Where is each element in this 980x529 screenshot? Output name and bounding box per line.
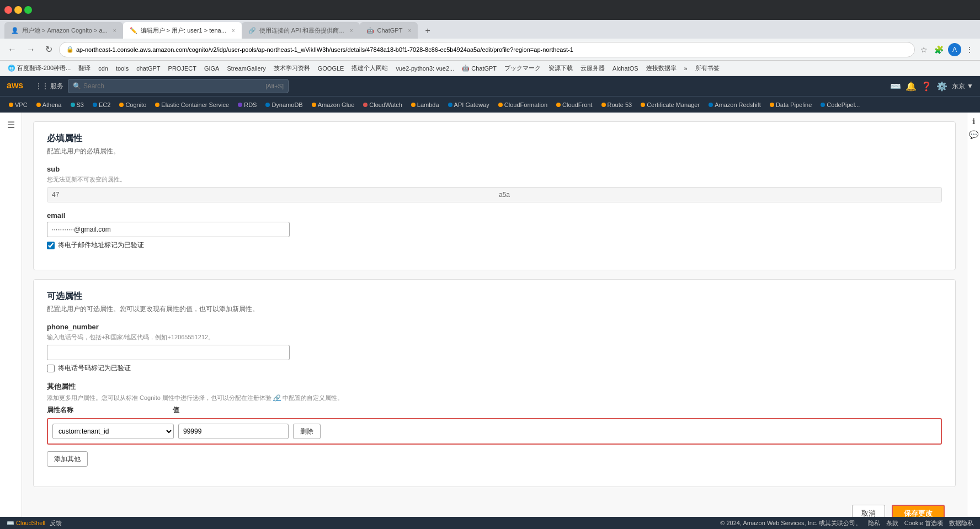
tab-3-close[interactable]: ×	[350, 28, 353, 34]
minimize-button[interactable]	[14, 6, 22, 14]
extensions-button[interactable]: 🧩	[932, 43, 946, 56]
service-nav-certmanager[interactable]: Certificate Manager	[636, 97, 704, 113]
service-nav-redshift[interactable]: Amazon Redshift	[704, 97, 765, 113]
tab-3[interactable]: 🔗 使用连接的 API 和最份提供商... ×	[242, 22, 360, 39]
back-button[interactable]: ←	[4, 42, 20, 57]
service-nav-datapipeline[interactable]: Data Pipeline	[765, 97, 816, 113]
sub-field-value1: 47	[47, 188, 494, 202]
service-nav-vpc[interactable]: VPC	[4, 97, 32, 113]
cloudshell-button[interactable]: ⌨️ CloudShell	[7, 520, 45, 527]
url-input[interactable]	[76, 46, 908, 53]
status-left: ⌨️ CloudShell 反馈	[7, 519, 62, 527]
bookmark-all[interactable]: 所有书签	[692, 63, 723, 73]
bookmark-project[interactable]: PROJECT	[165, 64, 200, 73]
tab-2[interactable]: ✏️ 编辑用户 > 用户: user1 > tena... ×	[123, 22, 242, 39]
bookmark-chatgpt[interactable]: chatGPT	[133, 64, 163, 73]
bookmark-study[interactable]: 技术学习资料	[270, 63, 313, 73]
cloudshell-icon[interactable]: ⌨️	[890, 81, 901, 92]
email-input[interactable]	[47, 222, 290, 237]
codepipeline-dot	[821, 103, 825, 107]
profile-button[interactable]: A	[948, 43, 961, 56]
tab-2-close[interactable]: ×	[232, 28, 235, 34]
bookmark-star-button[interactable]: ☆	[918, 43, 930, 56]
bookmark-translate[interactable]: 🌐 百度翻译-200种语...	[4, 63, 74, 73]
refresh-button[interactable]: ↻	[42, 42, 56, 57]
attr-name-select-0[interactable]: custom:tenant_id	[52, 424, 174, 439]
bookmark-chatgpt2[interactable]: 🤖 ChatGPT	[459, 63, 500, 73]
notification-icon[interactable]: 🔔	[906, 81, 917, 92]
custom-attr-row-0: custom:tenant_id 删除	[47, 418, 942, 445]
new-tab-button[interactable]: +	[420, 23, 435, 39]
service-nav-ecs[interactable]: Elastic Container Service	[151, 97, 233, 113]
sub-field-group: sub 您无法更新不可改变的属性。 47 a5a	[47, 165, 942, 202]
service-nav-cloudformation[interactable]: CloudFormation	[494, 97, 552, 113]
optional-attributes-section: 可选属性 配置此用户的可选属性。您可以更改现有属性的值，也可以添加新属性。 ph…	[33, 279, 956, 487]
service-nav-lambda[interactable]: Lambda	[407, 97, 444, 113]
bookmark-cloud-server[interactable]: 云服务器	[577, 63, 608, 73]
service-nav-ec2[interactable]: EC2	[88, 97, 115, 113]
bookmark-connection[interactable]: 连接数据率	[643, 63, 680, 73]
service-nav-glue[interactable]: Amazon Glue	[307, 97, 359, 113]
close-button[interactable]	[4, 6, 12, 14]
service-nav-cloudwatch[interactable]: CloudWatch	[359, 97, 407, 113]
more-button[interactable]: ⋮	[963, 43, 976, 56]
sidebar-menu-icon[interactable]: ☰	[3, 117, 19, 132]
email-field-label: email	[47, 211, 942, 220]
bookmark-fanyi[interactable]: 翻译	[75, 63, 94, 73]
aws-search-box[interactable]: 🔍 [Alt+S]	[68, 79, 289, 93]
service-nav-apigateway[interactable]: API Gateway	[444, 97, 494, 113]
service-nav-dynamodb[interactable]: DynamoDB	[261, 97, 307, 113]
phone-input[interactable]	[47, 345, 290, 360]
info-icon[interactable]: ℹ	[972, 117, 975, 126]
service-nav-cloudfront[interactable]: CloudFront	[552, 97, 596, 113]
bookmark-google[interactable]: GOOGLE	[315, 64, 348, 73]
email-verified-checkbox[interactable]	[47, 242, 55, 249]
service-nav-rds[interactable]: RDS	[233, 97, 261, 113]
bookmark-alchat[interactable]: AlchatOS	[609, 64, 641, 73]
bookmark-more[interactable]: »	[681, 64, 691, 73]
nav-actions: ☆ 🧩 A ⋮	[918, 43, 976, 56]
chat-icon[interactable]: 💬	[969, 130, 978, 139]
url-bar[interactable]: 🔒	[59, 42, 915, 57]
tab-1[interactable]: 👤 用户池 > Amazon Cognito > a... ×	[4, 22, 123, 39]
bookmark-streamgallery[interactable]: StreamGallery	[223, 64, 269, 73]
tab-4[interactable]: 🤖 ChatGPT ×	[360, 22, 418, 39]
bookmark-personal-site[interactable]: 搭建个人网站	[348, 63, 391, 73]
grid-icon: ⋮⋮	[35, 82, 49, 90]
bookmark-resources[interactable]: 资源下载	[545, 63, 576, 73]
feedback-button[interactable]: 反馈	[50, 519, 62, 527]
settings-icon[interactable]: ⚙️	[936, 81, 947, 92]
tab-1-close[interactable]: ×	[113, 28, 116, 34]
bookmark-cdn[interactable]: cdn	[95, 64, 111, 73]
service-nav-codepipeline[interactable]: CodePipel...	[816, 97, 864, 113]
registration-link[interactable]: 🔗	[273, 394, 281, 401]
tab-3-favicon: 🔗	[248, 27, 256, 34]
dynamodb-dot	[265, 103, 270, 107]
required-attributes-section: 必填属性 配置此用户的必填属性。 sub 您无法更新不可改变的属性。 47 a5…	[33, 121, 956, 270]
attr-value-input-0[interactable]	[178, 424, 289, 439]
aws-search-input[interactable]	[83, 82, 263, 90]
terminal-icon: ⌨️	[7, 520, 14, 527]
tab-bar: 👤 用户池 > Amazon Cognito > a... × ✏️ 编辑用户 …	[0, 20, 980, 39]
service-nav-cognito[interactable]: Cognito	[115, 97, 151, 113]
tab-4-close[interactable]: ×	[408, 28, 411, 34]
service-nav-route53[interactable]: Route 53	[597, 97, 637, 113]
bookmark-bookmarks[interactable]: ブックマーク	[501, 63, 544, 73]
bookmark-giga[interactable]: GIGA	[201, 64, 223, 73]
phone-verified-checkbox[interactable]	[47, 365, 55, 372]
athena-dot	[36, 103, 41, 107]
ecs-dot	[155, 103, 159, 107]
maximize-button[interactable]	[24, 6, 32, 14]
delete-attr-button-0[interactable]: 删除	[293, 424, 321, 439]
bookmark-tools[interactable]: tools	[113, 64, 132, 73]
region-selector[interactable]: 东京 ▼	[952, 82, 973, 91]
forward-button[interactable]: →	[23, 42, 39, 57]
services-menu-button[interactable]: ⋮⋮ 服务	[35, 82, 63, 91]
service-nav-athena[interactable]: Athena	[32, 97, 66, 113]
bookmark-vue[interactable]: vue2-python3: vue2...	[392, 64, 457, 73]
add-other-button[interactable]: 添加其他	[47, 451, 88, 467]
search-hint: [Alt+S]	[265, 83, 284, 89]
service-nav-s3[interactable]: S3	[66, 97, 88, 113]
help-icon[interactable]: ❓	[921, 81, 932, 92]
aws-logo[interactable]: aws	[7, 78, 29, 94]
